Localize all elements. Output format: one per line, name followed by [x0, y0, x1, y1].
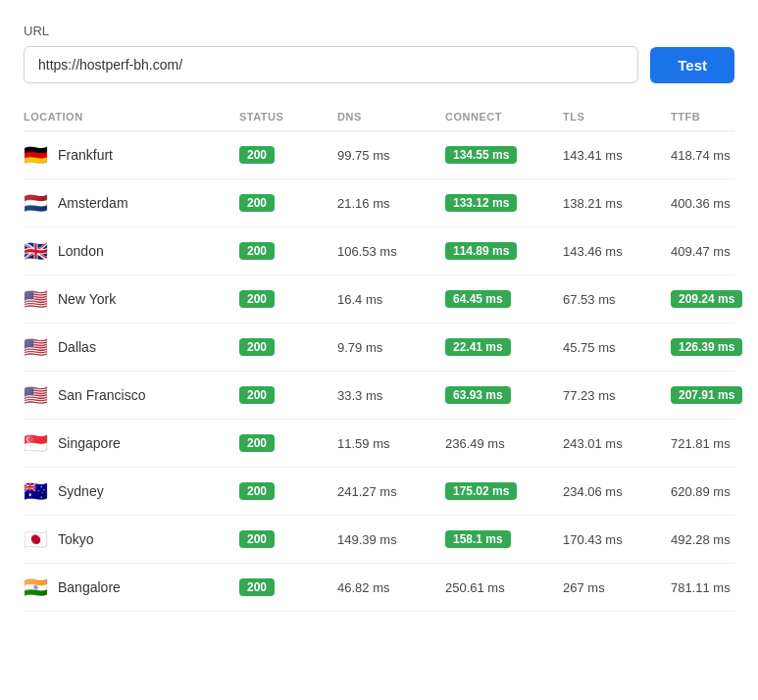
- location-cell: 🇦🇺Sydney: [24, 481, 239, 501]
- table-row: 🇸🇬Singapore20011.59 ms236.49 ms243.01 ms…: [24, 420, 734, 468]
- col-location: LOCATION: [24, 111, 239, 123]
- connect-badge: 64.45 ms: [445, 290, 511, 308]
- flag-icon: 🇸🇬: [24, 433, 48, 453]
- location-name: Frankfurt: [58, 147, 113, 163]
- location-name: Sydney: [58, 483, 104, 499]
- tls-value: 143.41 ms: [563, 148, 671, 163]
- flag-icon: 🇩🇪: [24, 145, 48, 165]
- connect-badge: 133.12 ms: [445, 194, 517, 212]
- status-badge: 200: [239, 242, 275, 260]
- location-name: Singapore: [58, 435, 121, 451]
- table-row: 🇮🇳Bangalore20046.82 ms250.61 ms267 ms781…: [24, 564, 734, 612]
- ttfb-cell: 209.24 ms: [671, 290, 758, 308]
- dns-value: 33.3 ms: [337, 388, 445, 403]
- location-cell: 🇺🇸San Francisco: [24, 385, 239, 405]
- dns-value: 99.75 ms: [337, 148, 445, 163]
- flag-icon: 🇦🇺: [24, 481, 48, 501]
- ttfb-badge: 207.91 ms: [671, 386, 742, 404]
- table-row: 🇳🇱Amsterdam20021.16 ms133.12 ms138.21 ms…: [24, 179, 734, 227]
- status-cell: 200: [239, 434, 337, 452]
- status-cell: 200: [239, 386, 337, 404]
- status-badge: 200: [239, 482, 275, 500]
- dns-value: 241.27 ms: [337, 484, 445, 499]
- dns-value: 149.39 ms: [337, 532, 445, 547]
- dns-value: 21.16 ms: [337, 196, 445, 211]
- tls-value: 138.21 ms: [563, 196, 671, 211]
- flag-icon: 🇮🇳: [24, 577, 48, 597]
- location-cell: 🇯🇵Tokyo: [24, 529, 239, 549]
- table-row: 🇺🇸Dallas2009.79 ms22.41 ms45.75 ms126.39…: [24, 324, 734, 372]
- ttfb-badge: 126.39 ms: [671, 338, 742, 356]
- flag-icon: 🇺🇸: [24, 289, 48, 309]
- location-cell: 🇸🇬Singapore: [24, 433, 239, 453]
- status-badge: 200: [239, 290, 275, 308]
- connect-badge: 114.89 ms: [445, 242, 517, 260]
- connect-cell: 22.41 ms: [445, 338, 563, 356]
- connect-cell: 250.61 ms: [445, 580, 563, 595]
- url-input[interactable]: [24, 46, 638, 83]
- url-label: URL: [24, 24, 734, 38]
- connect-cell: 236.49 ms: [445, 436, 563, 451]
- dns-value: 106.53 ms: [337, 244, 445, 259]
- status-cell: 200: [239, 338, 337, 356]
- connect-cell: 63.93 ms: [445, 386, 563, 404]
- connect-cell: 114.89 ms: [445, 242, 563, 260]
- location-cell: 🇳🇱Amsterdam: [24, 193, 239, 213]
- status-badge: 200: [239, 338, 275, 356]
- table-header: LOCATION STATUS DNS CONNECT TLS TTFB: [24, 111, 734, 131]
- col-ttfb: TTFB: [671, 111, 758, 123]
- location-cell: 🇺🇸New York: [24, 289, 239, 309]
- location-cell: 🇮🇳Bangalore: [24, 577, 239, 597]
- table-row: 🇬🇧London200106.53 ms114.89 ms143.46 ms40…: [24, 227, 734, 275]
- ttfb-cell: 207.91 ms: [671, 386, 758, 404]
- status-badge: 200: [239, 578, 275, 596]
- status-cell: 200: [239, 482, 337, 500]
- status-cell: 200: [239, 578, 337, 596]
- location-name: London: [58, 243, 104, 259]
- location-cell: 🇬🇧London: [24, 241, 239, 261]
- test-button[interactable]: Test: [650, 47, 734, 83]
- connect-badge: 22.41 ms: [445, 338, 511, 356]
- status-cell: 200: [239, 242, 337, 260]
- col-connect: CONNECT: [445, 111, 563, 123]
- location-name: Dallas: [58, 339, 96, 355]
- status-cell: 200: [239, 146, 337, 164]
- location-name: San Francisco: [58, 387, 145, 403]
- col-tls: TLS: [563, 111, 671, 123]
- ttfb-cell: 620.89 ms: [671, 484, 758, 499]
- tls-value: 45.75 ms: [563, 340, 671, 355]
- tls-value: 267 ms: [563, 580, 671, 595]
- location-name: Tokyo: [58, 531, 94, 547]
- status-badge: 200: [239, 530, 275, 548]
- connect-cell: 64.45 ms: [445, 290, 563, 308]
- tls-value: 67.53 ms: [563, 292, 671, 307]
- table-row: 🇩🇪Frankfurt20099.75 ms134.55 ms143.41 ms…: [24, 131, 734, 179]
- connect-badge: 175.02 ms: [445, 482, 517, 500]
- connect-cell: 134.55 ms: [445, 146, 563, 164]
- ttfb-cell: 409.47 ms: [671, 244, 758, 259]
- status-cell: 200: [239, 530, 337, 548]
- dns-value: 46.82 ms: [337, 580, 445, 595]
- tls-value: 170.43 ms: [563, 532, 671, 547]
- flag-icon: 🇬🇧: [24, 241, 48, 261]
- connect-badge: 134.55 ms: [445, 146, 517, 164]
- tls-value: 143.46 ms: [563, 244, 671, 259]
- location-name: New York: [58, 291, 116, 307]
- location-cell: 🇺🇸Dallas: [24, 337, 239, 357]
- status-badge: 200: [239, 434, 275, 452]
- table-row: 🇺🇸New York20016.4 ms64.45 ms67.53 ms209.…: [24, 275, 734, 324]
- connect-cell: 158.1 ms: [445, 530, 563, 548]
- flag-icon: 🇳🇱: [24, 193, 48, 213]
- status-badge: 200: [239, 146, 275, 164]
- dns-value: 11.59 ms: [337, 436, 445, 451]
- connect-badge: 158.1 ms: [445, 530, 511, 548]
- status-cell: 200: [239, 194, 337, 212]
- col-dns: DNS: [337, 111, 445, 123]
- tls-value: 77.23 ms: [563, 388, 671, 403]
- status-badge: 200: [239, 386, 275, 404]
- connect-cell: 133.12 ms: [445, 194, 563, 212]
- ttfb-cell: 126.39 ms: [671, 338, 758, 356]
- location-cell: 🇩🇪Frankfurt: [24, 145, 239, 165]
- status-badge: 200: [239, 194, 275, 212]
- tls-value: 234.06 ms: [563, 484, 671, 499]
